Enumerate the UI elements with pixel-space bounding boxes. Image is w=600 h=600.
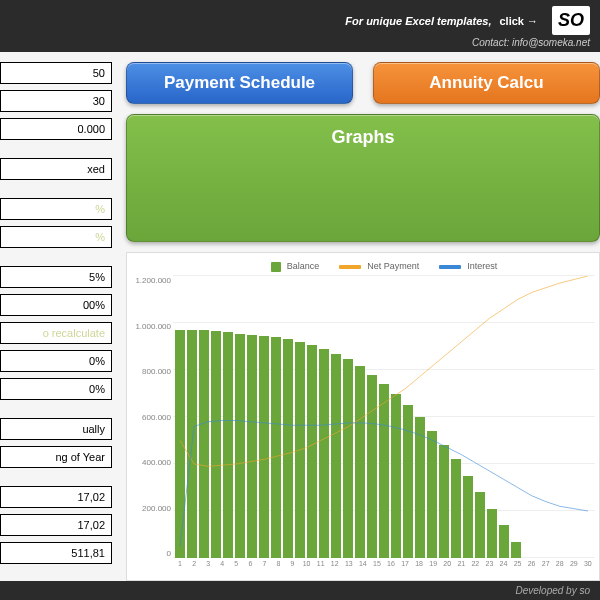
input-cell[interactable]: 50 (0, 62, 112, 84)
chart-legend: Balance Net Payment Interest (173, 261, 595, 272)
input-cell[interactable]: % (0, 198, 112, 220)
legend-balance: Balance (287, 261, 320, 271)
footer-text: Developed by so (0, 581, 600, 600)
legend-net-payment: Net Payment (367, 261, 419, 271)
contact-label: Contact: (472, 37, 509, 48)
input-cell[interactable]: o recalculate (0, 322, 112, 344)
input-cell[interactable]: ually (0, 418, 112, 440)
input-cell[interactable]: 00% (0, 294, 112, 316)
line-interest (180, 421, 588, 547)
graphs-button[interactable]: Graphs (126, 114, 600, 242)
input-cell[interactable]: ng of Year (0, 446, 112, 468)
promo-text: For unique Excel templates, (345, 15, 491, 27)
input-cell[interactable]: 0% (0, 378, 112, 400)
brand-logo[interactable]: SO (552, 6, 590, 35)
line-net-payment (180, 276, 588, 466)
input-cell[interactable]: 0% (0, 350, 112, 372)
input-cell[interactable]: 30 (0, 90, 112, 112)
input-cell[interactable]: xed (0, 158, 112, 180)
payment-schedule-button[interactable]: Payment Schedule (126, 62, 353, 104)
annuity-calc-button[interactable]: Annuity Calcu (373, 62, 600, 104)
legend-interest: Interest (467, 261, 497, 271)
input-cell[interactable]: 511,81 (0, 542, 112, 564)
top-bar: For unique Excel templates, click → SO C… (0, 0, 600, 52)
contact-email[interactable]: info@someka.net (512, 37, 590, 48)
input-cell[interactable]: 0.000 (0, 118, 112, 140)
input-cell[interactable]: 17,02 (0, 514, 112, 536)
input-cell[interactable]: 5% (0, 266, 112, 288)
input-cell[interactable]: 17,02 (0, 486, 112, 508)
chart-plot: 0200.000400.000600.000800.0001.000.0001.… (173, 276, 595, 576)
chart-area: Balance Net Payment Interest 0200.000400… (126, 252, 600, 581)
promo-cta[interactable]: click → (499, 15, 538, 27)
input-panel: 50300.000xed%%5%00%o recalculate0%0%uall… (0, 62, 112, 581)
input-cell[interactable]: % (0, 226, 112, 248)
